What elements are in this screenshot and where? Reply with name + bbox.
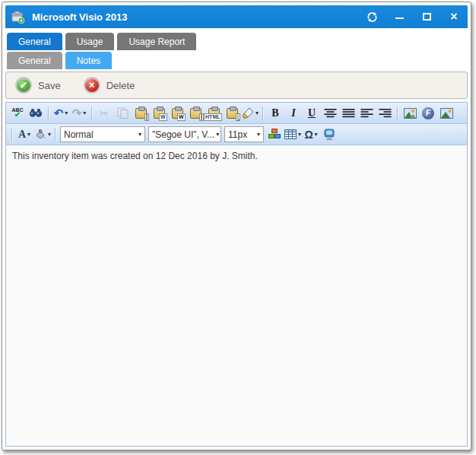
align-right-icon[interactable]	[376, 105, 394, 122]
spellcheck-icon[interactable]: ABC ✔	[8, 105, 27, 122]
snippet-icon[interactable]	[265, 126, 284, 143]
tab-usage[interactable]: Usage	[65, 33, 115, 50]
cut-icon[interactable]: ✂	[95, 105, 113, 122]
dialog-window: Microsoft Visio 2013 × General Usage Usa…	[2, 2, 471, 450]
align-left-icon[interactable]	[357, 105, 376, 122]
undo-icon[interactable]: ↶	[52, 105, 70, 122]
save-button[interactable]: ✔ Save	[15, 77, 61, 94]
copy-icon[interactable]	[113, 105, 132, 122]
align-center-icon[interactable]	[321, 105, 339, 122]
paste-from-word-icon[interactable]: W	[150, 105, 168, 122]
delete-x-icon: ×	[84, 77, 100, 94]
delete-button[interactable]: × Delete	[84, 77, 135, 94]
redo-icon[interactable]: ↷	[70, 105, 88, 122]
editor-toolbar-row1: ABC ✔ ↶ ↷ ✂	[6, 103, 467, 124]
format-stripper-icon[interactable]	[241, 105, 259, 122]
find-icon[interactable]	[27, 105, 45, 122]
subtab-notes[interactable]: Notes	[65, 52, 112, 69]
minimize-icon[interactable]	[393, 11, 405, 23]
tab-general[interactable]: General	[7, 33, 62, 50]
close-icon[interactable]: ×	[448, 11, 460, 23]
action-toolbar: ✔ Save × Delete	[5, 72, 468, 99]
titlebar: Microsoft Visio 2013 ×	[5, 5, 468, 28]
paste-from-word-nostyle-icon[interactable]: W	[168, 105, 186, 122]
separator	[262, 107, 263, 120]
flash-manager-icon[interactable]: F	[419, 105, 437, 122]
paragraph-style-value: Normal	[64, 129, 94, 140]
subtab-general[interactable]: General	[7, 52, 62, 69]
notes-editor: ABC ✔ ↶ ↷ ✂	[5, 102, 468, 447]
italic-icon[interactable]: I	[284, 105, 303, 122]
font-size-value: 11px	[228, 129, 247, 140]
font-name-dropdown[interactable]: "Segoe UI", V...	[148, 126, 221, 142]
font-color-icon[interactable]: A	[15, 126, 33, 143]
separator	[397, 107, 398, 120]
refresh-icon[interactable]	[366, 11, 378, 23]
paste-options-icon[interactable]	[223, 105, 241, 122]
window-title: Microsoft Visio 2013	[32, 11, 127, 23]
editor-toolbar-row2: A Normal "Segoe UI", V... 11px	[6, 124, 467, 145]
save-button-label: Save	[38, 80, 61, 91]
font-size-dropdown[interactable]: 11px	[224, 126, 264, 142]
secondary-tab-strip: General Notes	[5, 52, 468, 69]
notes-text: This inventory item was created on 12 De…	[12, 151, 258, 161]
primary-tab-strip: General Usage Usage Report	[5, 33, 468, 50]
paste-plain-text-icon[interactable]	[186, 105, 205, 122]
paste-icon[interactable]	[132, 105, 150, 122]
table-icon[interactable]	[284, 126, 302, 143]
separator	[48, 107, 49, 120]
separator	[55, 128, 56, 142]
image-manager-icon[interactable]	[401, 105, 419, 122]
separator	[91, 107, 92, 120]
tab-usage-report[interactable]: Usage Report	[117, 33, 196, 50]
symbol-icon[interactable]: Ω	[302, 126, 320, 143]
fill-color-icon[interactable]	[33, 126, 52, 143]
delete-button-label: Delete	[106, 80, 135, 91]
maximize-icon[interactable]	[420, 11, 433, 23]
bold-icon[interactable]: B	[266, 105, 284, 122]
paragraph-style-dropdown[interactable]: Normal	[60, 126, 145, 142]
app-icon	[11, 11, 25, 24]
module-icon[interactable]	[320, 126, 338, 143]
justify-icon[interactable]	[339, 105, 357, 122]
font-name-value: "Segoe UI", V...	[152, 129, 214, 140]
media-manager-icon[interactable]	[437, 105, 455, 122]
underline-icon[interactable]: U	[303, 105, 321, 122]
notes-content-area[interactable]: This inventory item was created on 12 De…	[6, 145, 467, 446]
paste-as-html-icon[interactable]: HTML	[205, 105, 223, 122]
separator	[11, 128, 12, 142]
save-check-icon: ✔	[15, 77, 32, 94]
